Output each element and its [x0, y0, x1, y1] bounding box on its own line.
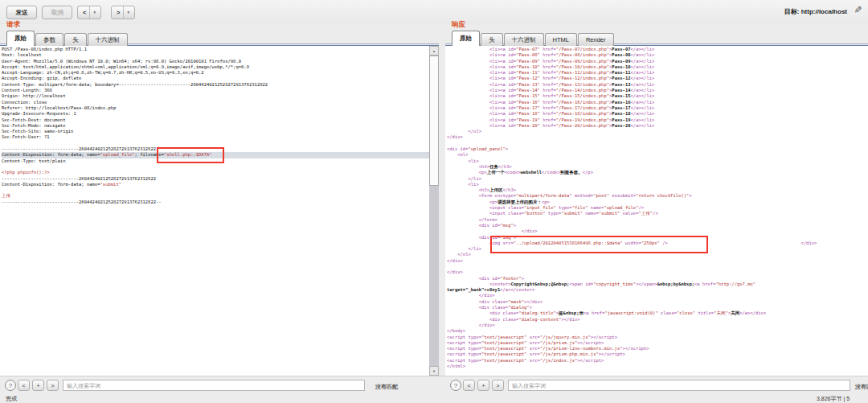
request-search-plus-button[interactable]: + — [32, 380, 44, 391]
code-line: </form> — [447, 217, 868, 223]
request-editor[interactable]: POST /Pass-08/index.php HTTP/1.1Host: lo… — [0, 46, 429, 376]
request-search-prev-button[interactable]: < — [18, 380, 30, 391]
code-line: <script type="text/javascript" src="/js/… — [447, 335, 868, 340]
code-line: Sec-Fetch-User: ?1 — [2, 134, 429, 140]
scrollbar-thumb[interactable] — [429, 56, 439, 186]
code-line: </body> — [447, 328, 868, 334]
code-line: <li><a id="Pass-13" href="/Pass-13/index… — [447, 82, 868, 88]
chevron-down-icon: ▾ — [89, 6, 96, 19]
repeater-window: 发送 取消 < ▾ > ▾ 目标: http://localhost ✎ 请求 … — [0, 0, 868, 403]
code-line: Origin: http://localhost — [2, 93, 429, 99]
tab-request-headers[interactable]: 头 — [64, 33, 87, 46]
code-line: </html> — [447, 364, 868, 369]
code-line: <center>Copyright&nbsp;@&nbsp;<span id="… — [447, 282, 868, 287]
code-line: Sec-Fetch-Site: same-origin — [2, 129, 429, 134]
tab-request-hex[interactable]: 十六进制 — [88, 33, 128, 46]
help-icon[interactable]: ? — [5, 380, 16, 391]
code-line: </div> — [447, 134, 868, 140]
code-line: Upgrade-Insecure-Requests: 1 — [2, 111, 429, 117]
code-line: Connection: close — [2, 100, 429, 105]
request-search-input[interactable] — [63, 380, 365, 391]
tab-request-raw[interactable]: 原始 — [6, 31, 35, 46]
request-panel-title: 请求 — [6, 20, 20, 30]
response-search-plus-button[interactable]: + — [477, 380, 489, 391]
history-back-button[interactable]: < ▾ — [77, 6, 101, 19]
code-line: <li> — [447, 182, 868, 187]
request-search-next-button[interactable]: > — [47, 380, 59, 391]
code-line: <li> — [447, 158, 868, 164]
send-button[interactable]: 发送 — [6, 6, 37, 19]
code-line: <li><a id="Pass-14" href="/Pass-14/index… — [447, 88, 868, 93]
history-forward-button[interactable]: > ▾ — [111, 6, 135, 19]
status-bytes-label: 3,826字节 | 5 — [817, 395, 850, 403]
code-line: <h3>任务</h3> — [447, 164, 868, 170]
tab-response-render[interactable]: Render — [578, 33, 614, 46]
annotation-box-img-src — [490, 236, 708, 253]
code-line: -----------------------------26044240212… — [2, 199, 429, 205]
code-line: <li><a id="Pass-15" href="/Pass-15/index… — [447, 93, 868, 99]
code-line: <li><a id="Pass-18" href="/Pass-18/index… — [447, 111, 868, 117]
response-code: <li><a id="Pass-07" href="/Pass-07/index… — [445, 46, 868, 369]
code-line: </div> — [447, 323, 868, 328]
code-line: <div class="dialog"> — [447, 305, 868, 310]
code-line: Accept: text/html,application/xhtml+xml,… — [2, 64, 429, 70]
code-line: 上传 — [2, 193, 429, 199]
code-line: <li><a id="Pass-16" href="/Pass-16/index… — [447, 100, 868, 105]
code-line: <h3>上传区</h3> — [447, 187, 868, 193]
code-line: target="_bank">c0ny1</a></center> — [447, 287, 868, 293]
response-search-prev-button[interactable]: < — [463, 380, 475, 391]
help-icon[interactable]: ? — [450, 380, 461, 391]
code-line: <li><a id="Pass-08" href="/Pass-08/index… — [447, 52, 868, 58]
forward-label: > — [117, 9, 120, 16]
code-line: <div id="upload_panel"> — [447, 146, 868, 152]
code-line: <p>请选择要上传的图片：<p> — [447, 199, 868, 205]
request-scrollbar[interactable]: ▲ ▼ — [429, 46, 439, 376]
code-line: <div id="msg"> — [447, 223, 868, 228]
scroll-up-icon[interactable]: ▲ — [429, 46, 439, 56]
tab-response-html[interactable]: HTML — [545, 33, 577, 46]
code-line: Content-Disposition: form-data; name="su… — [2, 182, 429, 187]
cancel-button[interactable]: 取消 — [42, 6, 72, 19]
request-code: POST /Pass-08/index.php HTTP/1.1Host: lo… — [0, 46, 429, 205]
code-line: <script type="text/javascript" src="/js/… — [447, 358, 868, 364]
code-line: Content-Length: 368 — [2, 88, 429, 93]
code-line: <script type="text/javascript" src="/js/… — [447, 340, 868, 346]
code-line: Sec-Fetch-Dest: document — [2, 117, 429, 123]
code-line — [447, 264, 868, 269]
response-search-next-button[interactable]: > — [492, 380, 504, 391]
search-row: ? < + > 没有匹配 ? < + > 没有匹配 — [0, 376, 868, 395]
code-line: </div> — [447, 293, 868, 298]
tab-response-raw[interactable]: 原始 — [452, 31, 480, 46]
code-line: <div class="dialog-title">提&nbsp;示<a hre… — [447, 310, 868, 316]
tab-request-params[interactable]: 参数 — [35, 33, 63, 46]
code-line: <li><a id="Pass-20" href="/Pass-20/index… — [447, 123, 868, 129]
tab-response-hex[interactable]: 十六进制 — [504, 33, 544, 46]
response-viewer[interactable]: <li><a id="Pass-07" href="/Pass-07/index… — [445, 46, 868, 376]
scroll-down-icon[interactable]: ▼ — [429, 366, 439, 376]
code-line: <li><a id="Pass-09" href="/Pass-09/index… — [447, 59, 868, 64]
request-tabbar: 原始 参数 头 十六进制 — [6, 31, 129, 46]
code-line: Accept-Language: zh-CN,zh;q=0.8,zh-TW;q=… — [2, 70, 429, 76]
code-line: <input class="button" type="submit" name… — [447, 211, 868, 216]
code-line: </li> — [447, 176, 868, 182]
code-line: <div class="dialog-content"></div> — [447, 317, 868, 323]
code-line — [2, 164, 429, 170]
code-line: <div id="footer"> — [447, 276, 868, 282]
annotation-box-filename — [157, 147, 224, 163]
code-line: </div> — [447, 228, 868, 234]
code-line: Host: localhost — [2, 52, 429, 58]
panel-divider[interactable] — [439, 24, 445, 376]
code-line: <script type="text/javascript" src="/js/… — [447, 346, 868, 352]
response-search-input[interactable] — [508, 380, 850, 391]
tab-response-headers[interactable]: 头 — [481, 33, 503, 46]
code-line: Sec-Fetch-Mode: navigate — [2, 123, 429, 129]
edit-target-icon[interactable]: ✎ — [852, 6, 863, 14]
code-line: <input class="input_file" type="file" na… — [447, 205, 868, 211]
code-line: <div class="mask"></div> — [447, 299, 868, 305]
code-line: <li><a id="Pass-12" href="/Pass-12/index… — [447, 76, 868, 81]
code-line: <?php phpinfo();?> — [2, 170, 429, 175]
chevron-down-icon: ▾ — [123, 6, 129, 19]
response-no-match-label: 没有匹配 — [855, 383, 868, 391]
target-label: 目标: — [784, 8, 800, 15]
code-line — [2, 141, 429, 146]
